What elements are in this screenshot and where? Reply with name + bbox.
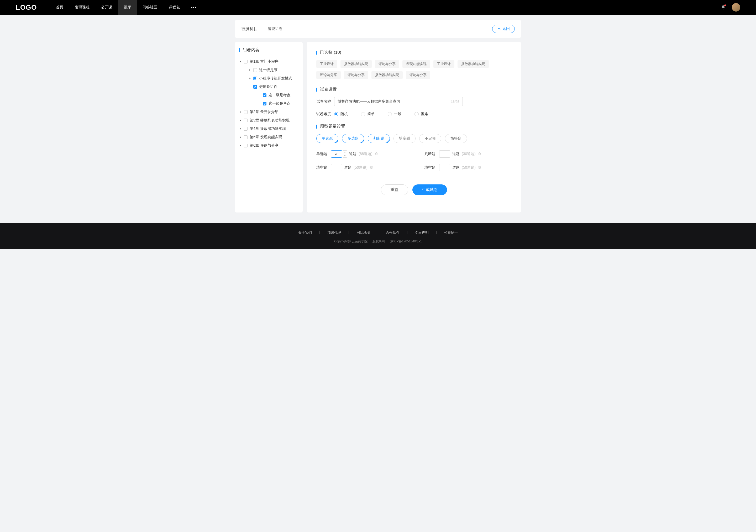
paper-name-input-wrap: 16/25 (334, 97, 463, 106)
difficulty-radio[interactable]: 一般 (388, 112, 401, 116)
action-buttons: 重置 生成试卷 (316, 185, 512, 195)
tree-row[interactable]: 这一级是考点 (249, 91, 298, 99)
qty-input[interactable] (439, 164, 450, 171)
checkbox-icon[interactable] (253, 68, 257, 72)
type-pill[interactable]: 多选题✓ (342, 134, 364, 143)
footer-link[interactable]: 合作伙伴 (379, 230, 407, 235)
nav-item-5[interactable]: 课程包 (163, 0, 186, 15)
checkbox-icon[interactable] (253, 77, 257, 80)
back-button[interactable]: 返回 (492, 25, 515, 33)
nav-item-2[interactable]: 公开课 (95, 0, 118, 15)
nav-item-1[interactable]: 发现课程 (69, 0, 95, 15)
tree-row[interactable]: 第5章 发现功能实现 (239, 133, 298, 141)
qty-input[interactable] (331, 150, 342, 158)
notification-bell-icon[interactable] (721, 5, 726, 10)
tree-row[interactable]: 进度条组件 (244, 83, 298, 91)
nav-item-4[interactable]: 问答社区 (137, 0, 163, 15)
selected-chip[interactable]: 播放器功能实现 (340, 60, 372, 68)
checkbox-icon[interactable] (244, 110, 248, 114)
difficulty-radio[interactable]: 困难 (415, 112, 428, 116)
checkbox-icon[interactable] (244, 60, 248, 63)
type-pill[interactable]: 不定项 (419, 134, 441, 143)
difficulty-radio[interactable]: 随机 (334, 112, 348, 116)
tree-row[interactable]: 第3章 播放列表功能实现 (239, 116, 298, 125)
checkbox-icon[interactable] (244, 118, 248, 122)
caret-icon[interactable] (258, 102, 261, 105)
selected-chip[interactable]: 评论与分享 (375, 60, 399, 68)
nav-more[interactable]: ••• (186, 5, 202, 10)
delete-icon[interactable] (478, 165, 481, 170)
qty-input[interactable] (331, 164, 342, 171)
delete-icon[interactable] (478, 152, 481, 156)
selected-chip[interactable]: 评论与分享 (344, 71, 368, 79)
caret-icon[interactable] (249, 77, 251, 80)
tree-row[interactable]: 第2章 云开发介绍 (239, 108, 298, 116)
caret-icon[interactable] (239, 128, 242, 130)
footer-link[interactable]: 网站地图 (349, 230, 377, 235)
caret-icon[interactable] (239, 144, 242, 147)
paper-name-input[interactable] (338, 99, 451, 104)
selected-title-text: 已选择 (10) (320, 50, 341, 55)
qty-label: 填空题 (316, 165, 329, 170)
tree-row[interactable]: 这一级是考点 (249, 99, 298, 108)
selected-chip[interactable]: 工业设计 (433, 60, 454, 68)
title-bar-icon (239, 48, 240, 52)
selected-chip[interactable]: 播放器功能实现 (371, 71, 403, 79)
footer-link[interactable]: 招贤纳士 (437, 230, 465, 235)
checkbox-icon[interactable] (244, 144, 248, 147)
type-pill[interactable]: 简答题 (445, 134, 467, 143)
tree-label: 第1章 首门小程序 (250, 59, 279, 64)
qty-hint: (50道题) (354, 165, 367, 170)
nav-item-0[interactable]: 首页 (50, 0, 69, 15)
type-pill[interactable]: 填空题 (393, 134, 416, 143)
caret-icon[interactable] (249, 86, 251, 88)
logo[interactable]: LOGO (16, 3, 37, 12)
type-pill[interactable]: 单选题✓ (316, 134, 338, 143)
tree-row[interactable]: 小程序传统开发模式 (244, 74, 298, 83)
quantity-row: 填空题道题(50道题) (424, 164, 512, 171)
chapter-tree: 第1章 首门小程序这一级是节小程序传统开发模式进度条组件这一级是考点这一级是考点… (239, 58, 298, 150)
delete-icon[interactable] (369, 165, 373, 170)
caret-icon[interactable] (239, 60, 242, 63)
difficulty-radio[interactable]: 简单 (361, 112, 375, 116)
checkbox-icon[interactable] (253, 85, 257, 89)
spinner-up-icon[interactable]: ▲ (343, 151, 347, 154)
svg-marker-7 (240, 145, 241, 146)
tree-row[interactable]: 这一级是节 (244, 66, 298, 74)
selected-chip[interactable]: 工业设计 (316, 60, 337, 68)
tree-row[interactable]: 第4章 播放器功能实现 (239, 125, 298, 133)
reset-button[interactable]: 重置 (381, 185, 408, 195)
caret-icon[interactable] (258, 94, 261, 96)
caret-icon[interactable] (239, 111, 242, 113)
checkbox-icon[interactable] (263, 93, 266, 97)
checkbox-icon[interactable] (244, 135, 248, 139)
caret-icon[interactable] (249, 69, 251, 71)
selected-chip[interactable]: 评论与分享 (316, 71, 341, 79)
checkbox-icon[interactable] (244, 127, 248, 131)
caret-icon[interactable] (239, 136, 242, 139)
qty-input[interactable] (439, 150, 450, 158)
user-avatar[interactable] (732, 3, 740, 12)
nav-item-3[interactable]: 题库 (118, 0, 137, 15)
svg-marker-4 (240, 120, 241, 121)
tree-row[interactable]: 第1章 首门小程序 (239, 58, 298, 66)
footer-link[interactable]: 加盟代理 (320, 230, 348, 235)
delete-icon[interactable] (375, 152, 378, 156)
type-pill[interactable]: 判断题✓ (368, 134, 390, 143)
qty-hint: (30道题) (462, 152, 476, 156)
caret-icon[interactable] (239, 119, 242, 122)
selected-chip[interactable]: 发现功能实现 (402, 60, 430, 68)
radio-label: 困难 (421, 112, 428, 116)
spinner-down-icon[interactable]: ▼ (343, 154, 347, 157)
footer-link[interactable]: 免责声明 (408, 230, 436, 235)
settings-title: 试卷设置 (316, 87, 512, 92)
selected-chip[interactable]: 播放器功能实现 (458, 60, 489, 68)
qty-spinner[interactable]: ▲▼ (343, 150, 347, 158)
generate-button[interactable]: 生成试卷 (412, 185, 447, 195)
radio-dot-icon (361, 112, 365, 116)
selected-chip[interactable]: 评论与分享 (406, 71, 430, 79)
footer-copy-2: 版权所有 (372, 240, 385, 243)
tree-row[interactable]: 第6章 评论与分享 (239, 141, 298, 150)
footer-link[interactable]: 关于我们 (291, 230, 319, 235)
checkbox-icon[interactable] (263, 102, 266, 106)
